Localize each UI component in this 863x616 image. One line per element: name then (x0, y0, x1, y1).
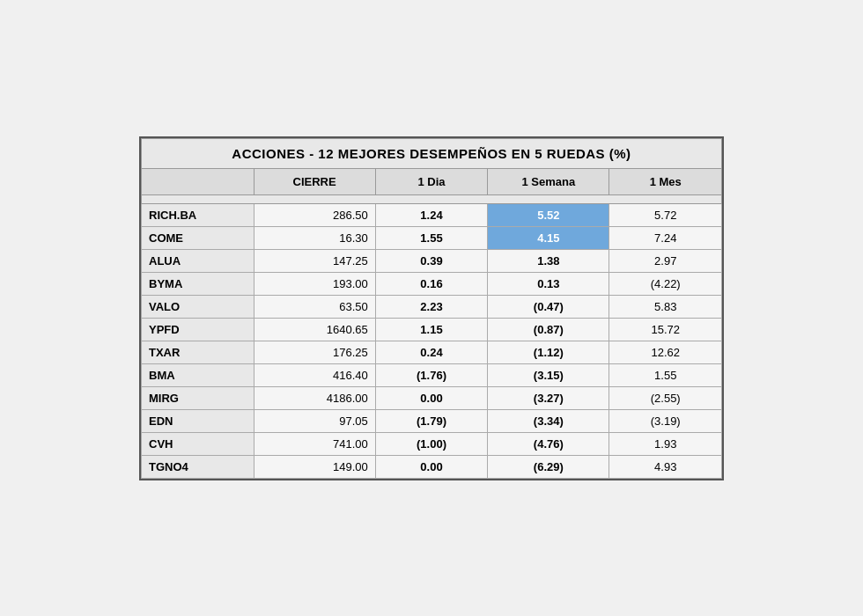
cell-dia: 2.23 (375, 295, 488, 318)
cell-dia: 0.00 (375, 386, 488, 409)
table-row: CVH741.00(1.00)(4.76)1.93 (142, 432, 722, 455)
cell-cierre: 63.50 (254, 295, 375, 318)
table-row: BMA416.40(1.76)(3.15)1.55 (142, 363, 722, 386)
cell-ticker: BYMA (142, 272, 254, 295)
cell-mes: (2.55) (609, 386, 722, 409)
cell-dia: 0.16 (375, 272, 488, 295)
cell-ticker: TGNO4 (142, 455, 254, 478)
cell-cierre: 16.30 (254, 226, 375, 249)
table-row: YPFD1640.651.15(0.87)15.72 (142, 318, 722, 341)
cell-cierre: 149.00 (254, 455, 375, 478)
cell-mes: (3.19) (609, 409, 722, 432)
cell-ticker: RICH.BA (142, 203, 254, 226)
cell-dia: 1.24 (375, 203, 488, 226)
cell-dia: (1.00) (375, 432, 488, 455)
cell-semana: (0.87) (488, 318, 609, 341)
cell-ticker: VALO (142, 295, 254, 318)
cell-semana: 5.52 (488, 203, 609, 226)
cell-ticker: YPFD (142, 318, 254, 341)
cell-dia: 0.24 (375, 341, 488, 363)
cell-dia: 1.15 (375, 318, 488, 341)
cell-ticker: BMA (142, 363, 254, 386)
header-row: CIERRE 1 Dia 1 Semana 1 Mes (142, 168, 722, 194)
col-header-semana: 1 Semana (488, 168, 609, 194)
cell-cierre: 176.25 (254, 341, 375, 363)
cell-semana: (4.76) (488, 432, 609, 455)
main-table-wrapper: ACCIONES - 12 MEJORES DESEMPEÑOS EN 5 RU… (139, 136, 724, 480)
cell-ticker: CVH (142, 432, 254, 455)
title-row: ACCIONES - 12 MEJORES DESEMPEÑOS EN 5 RU… (142, 138, 722, 168)
col-header-dia: 1 Dia (375, 168, 488, 194)
table-row: TGNO4149.000.00(6.29)4.93 (142, 455, 722, 478)
cell-cierre: 741.00 (254, 432, 375, 455)
cell-cierre: 97.05 (254, 409, 375, 432)
cell-mes: 15.72 (609, 318, 722, 341)
table-title: ACCIONES - 12 MEJORES DESEMPEÑOS EN 5 RU… (142, 138, 722, 168)
table-row: ALUA147.250.391.382.97 (142, 249, 722, 272)
table-row: MIRG4186.000.00(3.27)(2.55) (142, 386, 722, 409)
col-header-mes: 1 Mes (609, 168, 722, 194)
cell-mes: 5.83 (609, 295, 722, 318)
cell-semana: 1.38 (488, 249, 609, 272)
cell-dia: 0.00 (375, 455, 488, 478)
table-row: BYMA193.000.160.13(4.22) (142, 272, 722, 295)
cell-dia: (1.76) (375, 363, 488, 386)
cell-mes: 5.72 (609, 203, 722, 226)
cell-semana: (3.34) (488, 409, 609, 432)
spacer-row (142, 194, 722, 203)
table-row: RICH.BA286.501.245.525.72 (142, 203, 722, 226)
cell-semana: 0.13 (488, 272, 609, 295)
cell-mes: 2.97 (609, 249, 722, 272)
cell-semana: (0.47) (488, 295, 609, 318)
cell-semana: (3.27) (488, 386, 609, 409)
cell-cierre: 1640.65 (254, 318, 375, 341)
cell-cierre: 286.50 (254, 203, 375, 226)
cell-cierre: 193.00 (254, 272, 375, 295)
cell-semana: (6.29) (488, 455, 609, 478)
cell-dia: 0.39 (375, 249, 488, 272)
table-row: VALO63.502.23(0.47)5.83 (142, 295, 722, 318)
cell-semana: 4.15 (488, 226, 609, 249)
table-row: COME16.301.554.157.24 (142, 226, 722, 249)
acciones-table: ACCIONES - 12 MEJORES DESEMPEÑOS EN 5 RU… (141, 138, 722, 479)
col-header-ticker (142, 168, 254, 194)
col-header-cierre: CIERRE (254, 168, 375, 194)
cell-mes: 12.62 (609, 341, 722, 363)
cell-semana: (3.15) (488, 363, 609, 386)
cell-cierre: 4186.00 (254, 386, 375, 409)
cell-dia: 1.55 (375, 226, 488, 249)
cell-ticker: ALUA (142, 249, 254, 272)
cell-mes: (4.22) (609, 272, 722, 295)
table-row: EDN97.05(1.79)(3.34)(3.19) (142, 409, 722, 432)
cell-semana: (1.12) (488, 341, 609, 363)
cell-dia: (1.79) (375, 409, 488, 432)
cell-mes: 1.55 (609, 363, 722, 386)
cell-ticker: COME (142, 226, 254, 249)
cell-ticker: EDN (142, 409, 254, 432)
cell-ticker: TXAR (142, 341, 254, 363)
table-row: TXAR176.250.24(1.12)12.62 (142, 341, 722, 363)
cell-cierre: 416.40 (254, 363, 375, 386)
cell-mes: 7.24 (609, 226, 722, 249)
cell-mes: 4.93 (609, 455, 722, 478)
cell-ticker: MIRG (142, 386, 254, 409)
cell-mes: 1.93 (609, 432, 722, 455)
cell-cierre: 147.25 (254, 249, 375, 272)
